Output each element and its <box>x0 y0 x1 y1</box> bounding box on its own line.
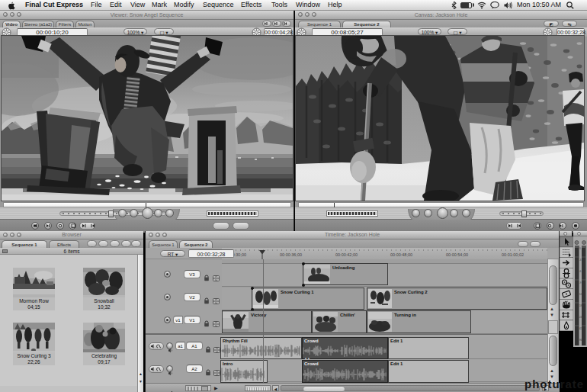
svg-text:-42: -42 <box>579 327 582 330</box>
svg-text:0: 0 <box>579 247 581 250</box>
svg-text:-96: -96 <box>579 339 582 342</box>
svg-text:-6: -6 <box>579 270 581 273</box>
svg-text:-24: -24 <box>579 316 582 319</box>
svg-text:-3: -3 <box>579 259 581 262</box>
svg-text:-12: -12 <box>579 293 582 296</box>
svg-text:-9: -9 <box>579 281 581 284</box>
svg-text:-18: -18 <box>579 304 582 307</box>
